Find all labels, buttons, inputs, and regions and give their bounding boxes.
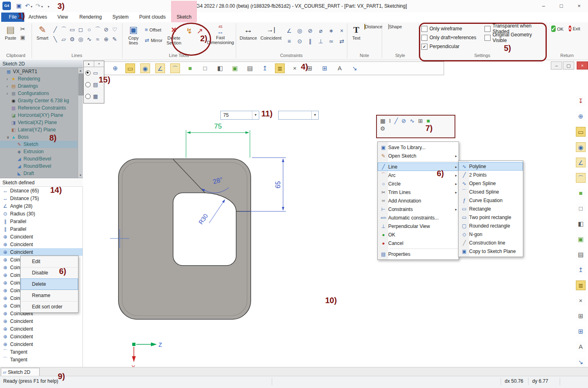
fast-dimensioning-button[interactable]: 45 ↔ Fast Dimensioning xyxy=(207,24,234,45)
smart-line-button[interactable]: ✎ Smart xyxy=(34,24,51,40)
grid-icon[interactable]: ⊞ xyxy=(576,311,586,321)
scroll-down-icon[interactable]: ▼ xyxy=(78,173,83,178)
minimize-button[interactable]: – xyxy=(535,0,552,12)
constraint-list-item[interactable]: ⊕ Coincident xyxy=(0,248,82,256)
constraint-list-item[interactable]: ⊕ Coincident xyxy=(0,340,82,348)
snap-tangent-icon[interactable]: ⌒ xyxy=(576,173,586,183)
shaded-cube-icon[interactable]: ■ xyxy=(576,188,586,198)
grid-icon[interactable]: ⊞ xyxy=(305,63,315,73)
checkbox-icon[interactable]: ✓ xyxy=(421,44,427,50)
line-shape-icon[interactable]: ⊕ xyxy=(102,35,110,44)
context-menu-item[interactable]: Disable xyxy=(21,267,78,278)
view-mode-split[interactable]: ▤ xyxy=(84,79,104,91)
settings-checkbox-row[interactable]: Only wireframe xyxy=(421,24,480,33)
checkbox-icon[interactable] xyxy=(421,35,427,41)
pin-icon[interactable]: ↧ xyxy=(576,96,586,106)
paste-button[interactable]: ▤ Paste xyxy=(2,24,19,40)
menu-item[interactable]: ✎ Open Sketch ▸ xyxy=(378,152,459,160)
transform-icon[interactable]: ↘ xyxy=(576,357,586,367)
line-shape-icon[interactable]: ⊘ xyxy=(102,25,110,34)
constraint-list-item[interactable]: ↔ Distance (65) xyxy=(0,187,82,194)
doc-minimize-button[interactable]: – xyxy=(551,61,562,70)
line-shape-icon[interactable]: ○ xyxy=(85,25,93,34)
constraint-list-item[interactable]: ↔ Distance (75) xyxy=(0,194,82,202)
close-button[interactable]: × xyxy=(570,0,588,12)
layers-icon[interactable]: ≣ xyxy=(275,63,285,73)
submenu-item[interactable]: ▣ Copy to Sketch Plane xyxy=(459,247,523,255)
settings-checkbox-row[interactable]: ✓ Perpendicular xyxy=(421,42,480,51)
constraint-icon[interactable]: ⌀ xyxy=(315,26,326,36)
line-shape-icon[interactable]: ╲ xyxy=(51,35,59,44)
line-shape-icon[interactable]: ▭ xyxy=(68,25,76,34)
constraint-icon[interactable]: ⇄ xyxy=(336,36,347,46)
tree-item[interactable]: ◨ Vertical(XZ) Plane xyxy=(0,119,83,126)
list-icon[interactable]: ▤ xyxy=(245,63,255,73)
constraint-list-item[interactable]: ⊙ Radius (30) xyxy=(0,210,82,217)
tree-expander-icon[interactable]: › xyxy=(6,77,11,81)
exit-button[interactable]: × Exit xyxy=(567,24,582,33)
settings-checkbox-row[interactable]: Only draft+references xyxy=(421,33,480,42)
menu-item[interactable]: ○ Circle ▸ xyxy=(378,179,459,188)
line-style-icon[interactable]: ╱ xyxy=(394,117,398,124)
menu-item[interactable]: txt Add Annotation xyxy=(378,196,459,205)
shaded-cube-icon[interactable]: ■ xyxy=(185,63,195,73)
line-shape-icon[interactable]: ⌒ xyxy=(59,25,68,34)
constraint-list-item[interactable]: ⊕ Coincident xyxy=(0,233,82,240)
erase-icon[interactable]: × xyxy=(576,296,586,306)
ok-button[interactable]: ✓ OK xyxy=(550,24,565,33)
transform-icon[interactable]: ↘ xyxy=(350,63,360,73)
part-slot-cutout[interactable] xyxy=(173,193,236,266)
submenu-item[interactable]: ▭ Rectangle xyxy=(459,205,523,213)
menu-item[interactable]: ⌒ Arc ▸ xyxy=(378,171,459,179)
line-shape-icon[interactable]: ╱ xyxy=(51,25,59,34)
constraint-icon[interactable]: ∗ xyxy=(326,26,336,36)
submenu-item[interactable]: ⌒ Closed Spline xyxy=(459,188,523,196)
submenu-item[interactable]: ▭ Two point rectangle xyxy=(459,213,523,221)
constraint-list-item[interactable]: ⊕ Coincident xyxy=(0,325,82,333)
context-menu-item[interactable]: Edit xyxy=(21,256,78,267)
tree-item[interactable]: ◉ Gravity Center 6.738 kg xyxy=(0,97,83,104)
constraint-icon[interactable]: × xyxy=(336,26,347,36)
layers-icon[interactable]: ≣ xyxy=(576,280,586,290)
fit-view-icon[interactable]: ⊕ xyxy=(576,112,586,121)
solid-cube-icon[interactable]: ▣ xyxy=(576,234,586,244)
copy-icon[interactable]: ▣ xyxy=(20,34,25,40)
tree-item[interactable]: ◧ Lateral(YZ) Plane xyxy=(0,126,83,133)
line-shape-icon[interactable]: ⌒ xyxy=(93,25,102,34)
ibeam-icon[interactable]: I xyxy=(389,117,391,124)
text-height-icon[interactable]: A xyxy=(576,342,586,352)
doc-close-button[interactable]: × xyxy=(577,61,588,70)
view-mode-single[interactable]: ▭ xyxy=(84,67,104,79)
menu-item[interactable]: ✂ Trim Lines ▸ xyxy=(378,188,459,196)
line-shape-icon[interactable]: ⚙ xyxy=(68,35,76,44)
line-shape-icon[interactable]: ∿ xyxy=(85,35,93,44)
tab-rendering[interactable]: Rendering xyxy=(75,13,106,22)
tree-item[interactable]: ◢ Round/Bevel xyxy=(0,155,83,162)
submenu-item[interactable]: ╱ 2 Points xyxy=(459,171,523,179)
tree-item[interactable]: ◪ Horizontal(XY) Plane xyxy=(0,112,83,119)
copy-lines-button[interactable]: ▣ Copy lines xyxy=(124,24,143,45)
checkbox-icon[interactable] xyxy=(421,26,427,32)
maximize-button[interactable]: □ xyxy=(552,0,570,12)
menu-item[interactable]: ⊥ Perpendicular View xyxy=(378,222,459,230)
snap-point-icon[interactable]: ◉ xyxy=(576,142,586,152)
fit-view-icon[interactable]: ⊕ xyxy=(110,63,120,73)
document-tab-sketch2d[interactable]: ▱Sketch 2D xyxy=(1,368,40,376)
erase-icon[interactable]: × xyxy=(290,63,300,73)
export-icon[interactable]: ↥ xyxy=(576,265,586,275)
menu-item[interactable]: ⊢ Constraints ▸ xyxy=(378,205,459,213)
tab-file[interactable]: File xyxy=(1,13,24,22)
trim-arrow-icon[interactable]: ↯ xyxy=(186,26,192,36)
constraint-icon[interactable]: ⊘ xyxy=(305,26,315,36)
snap-point-icon[interactable]: ◉ xyxy=(140,63,150,73)
tab-sketch[interactable]: Sketch xyxy=(171,13,197,22)
dimension-value-combo-2[interactable]: ▼ xyxy=(278,111,319,120)
context-menu-item[interactable]: Edit sort order xyxy=(21,301,78,312)
line-shape-icon[interactable]: ▱ xyxy=(59,35,68,44)
hatch-icon[interactable]: ▦ xyxy=(380,117,385,124)
tree-expander-icon[interactable]: › xyxy=(6,84,11,89)
constraint-icon[interactable]: ∥ xyxy=(305,36,315,46)
line-shape-icon[interactable]: ◎ xyxy=(76,35,85,44)
radio-icon[interactable] xyxy=(85,70,91,76)
text-note-button[interactable]: T Text xyxy=(349,24,364,40)
